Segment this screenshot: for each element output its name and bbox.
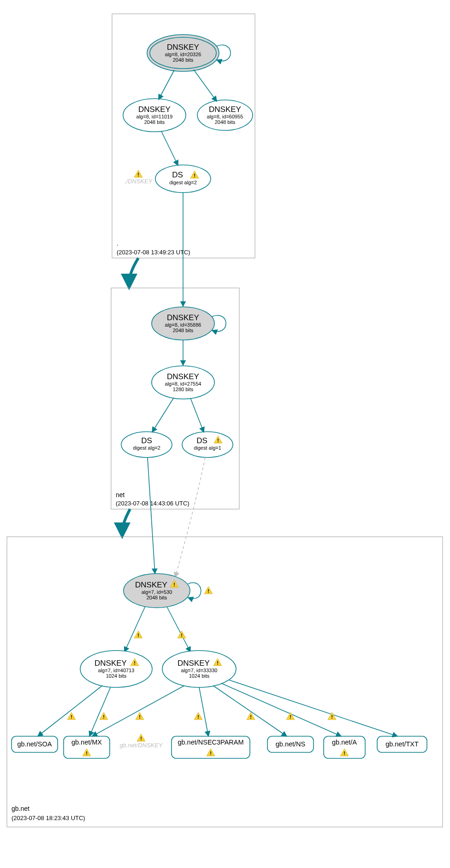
svg-text:DNSKEY: DNSKEY [209, 105, 241, 114]
svg-text:1024 bits: 1024 bits [189, 673, 210, 679]
svg-text:DS: DS [141, 436, 152, 445]
svg-text:gb.net/MX: gb.net/MX [71, 739, 102, 746]
svg-text:gb.net/TXT: gb.net/TXT [385, 740, 419, 748]
svg-text:gb.net/NSEC3PARAM: gb.net/NSEC3PARAM [178, 739, 243, 746]
warning-icon [136, 712, 144, 720]
rr-ns: gb.net/NS [267, 736, 314, 752]
zone-net-name: net [116, 491, 125, 499]
svg-text:DNSKEY: DNSKEY [178, 659, 210, 668]
rr-a: gb.net/A [324, 736, 365, 758]
edge-nds1-gksk [148, 457, 155, 574]
svg-text:2048 bits: 2048 bits [144, 119, 165, 125]
edge-rzsk1-rds [161, 131, 178, 165]
svg-text:digest alg=2: digest alg=2 [133, 445, 160, 451]
warning-icon [194, 712, 202, 720]
root-ds-node: DS digest alg=2 [155, 165, 211, 193]
svg-text:alg=8, id=11019: alg=8, id=11019 [136, 114, 173, 119]
rr-txt: gb.net/TXT [377, 736, 427, 752]
svg-text:gb.net/NS: gb.net/NS [276, 740, 306, 748]
rr-mx: gb.net/MX [64, 736, 110, 758]
svg-text:2048 bits: 2048 bits [173, 57, 194, 63]
svg-text:2048 bits: 2048 bits [173, 328, 194, 333]
gbnet-ksk-node: DNSKEY alg=7, id=530 2048 bits [124, 574, 190, 608]
zone-root-timestamp: (2023-07-08 13:49:23 UTC) [117, 249, 190, 256]
edge-rksk-rzsk1 [159, 70, 174, 100]
zone-root: . (2023-07-08 13:49:23 UTC) DNSKEY alg=8… [112, 14, 255, 258]
svg-text:1024 bits: 1024 bits [106, 673, 127, 679]
root-ghost-dnskey: ./DNSKEY [124, 178, 153, 185]
warning-icon [83, 749, 91, 756]
svg-text:alg=7, id=33330: alg=7, id=33330 [181, 668, 218, 673]
edge-rksk-rzsk2 [194, 70, 217, 101]
edge-gzsk2-ns [213, 686, 287, 736]
svg-text:DNSKEY: DNSKEY [167, 313, 199, 322]
svg-text:DS: DS [172, 170, 183, 179]
svg-text:DNSKEY: DNSKEY [167, 43, 199, 52]
warning-icon [134, 170, 142, 177]
svg-text:2048 bits: 2048 bits [215, 119, 236, 125]
warning-icon [100, 712, 108, 720]
net-zsk-node: DNSKEY alg=8, id=27554 1280 bits [152, 366, 214, 399]
edge-gksk-gzsk1 [124, 606, 145, 652]
dnssec-graph: ! . (2023-07-08 13:49:23 UTC) DNSKEY alg… [0, 0, 450, 868]
gbnet-zsk1-node: DNSKEY alg=7, id=40713 1024 bits [80, 651, 152, 687]
svg-text:2048 bits: 2048 bits [147, 595, 167, 600]
svg-text:gb.net/A: gb.net/A [332, 739, 357, 746]
svg-text:digest alg=2: digest alg=2 [169, 180, 197, 185]
svg-text:alg=8, id=27554: alg=8, id=27554 [165, 381, 201, 387]
edge-gzsk1-mx [89, 687, 111, 736]
warning-icon [178, 631, 186, 638]
warning-icon [137, 734, 145, 741]
zone-gbnet-name: gb.net [12, 805, 30, 812]
edge-zone-root-to-net [129, 258, 138, 285]
svg-text:digest alg=1: digest alg=1 [194, 445, 221, 451]
net-ds2-node: DS digest alg=1 [182, 432, 233, 457]
edge-nzsk-nds1 [152, 398, 174, 432]
root-zsk1-node: DNSKEY alg=8, id=11019 2048 bits [123, 99, 186, 132]
edge-nzsk-nds2 [190, 398, 204, 432]
svg-text:alg=7, id=530: alg=7, id=530 [142, 589, 172, 595]
warning-icon [204, 586, 213, 594]
edge-gzsk2-nsec [199, 687, 208, 736]
net-ds1-node: DS digest alg=2 [121, 432, 172, 457]
svg-text:alg=7, id=40713: alg=7, id=40713 [98, 668, 135, 673]
warning-icon [207, 749, 215, 756]
warning-icon [67, 712, 76, 720]
svg-text:alg=8, id=35886: alg=8, id=35886 [165, 322, 201, 328]
warning-icon [340, 749, 349, 756]
warning-icon [134, 631, 142, 638]
zone-gbnet: gb.net (2023-07-08 18:23:43 UTC) DNSKEY … [7, 457, 443, 827]
svg-text:DS: DS [196, 436, 207, 445]
svg-text:DNSKEY: DNSKEY [135, 581, 167, 589]
edge-nds2-gksk-dashed [175, 457, 205, 577]
warning-icon [286, 712, 295, 720]
svg-text:gb.net/SOA: gb.net/SOA [18, 740, 52, 748]
zone-net: net (2023-07-08 14:43:06 UTC) DNSKEY alg… [111, 193, 239, 509]
svg-text:alg=8, id=20326: alg=8, id=20326 [165, 52, 201, 57]
zone-root-name: . [117, 240, 118, 247]
svg-text:DNSKEY: DNSKEY [138, 105, 171, 114]
svg-text:alg=8, id=60955: alg=8, id=60955 [207, 114, 243, 119]
net-ksk-node: DNSKEY alg=8, id=35886 2048 bits [152, 307, 214, 340]
edge-gzsk2-a [221, 683, 341, 736]
root-zsk2-node: DNSKEY alg=8, id=60955 2048 bits [197, 100, 253, 130]
edge-zone-net-to-gbnet [122, 509, 130, 534]
gbnet-ghost-dnskey: gb.net/DNSKEY [119, 742, 163, 749]
gbnet-zsk2-node: DNSKEY alg=7, id=33330 1024 bits [162, 651, 236, 687]
zone-gbnet-timestamp: (2023-07-08 18:23:43 UTC) [12, 815, 85, 821]
svg-text:1280 bits: 1280 bits [173, 387, 194, 392]
rr-nsec3param: gb.net/NSEC3PARAM [172, 736, 250, 758]
edge-gzsk2-mx [92, 686, 184, 736]
root-ksk-node: DNSKEY alg=8, id=20326 2048 bits [147, 35, 219, 71]
rr-soa: gb.net/SOA [12, 736, 58, 752]
edge-gksk-gzsk2 [167, 607, 190, 652]
edge-gzsk2-txt [229, 680, 397, 736]
zone-net-timestamp: (2023-07-08 14:43:06 UTC) [116, 500, 189, 507]
svg-text:DNSKEY: DNSKEY [167, 372, 199, 381]
svg-text:DNSKEY: DNSKEY [95, 659, 127, 668]
